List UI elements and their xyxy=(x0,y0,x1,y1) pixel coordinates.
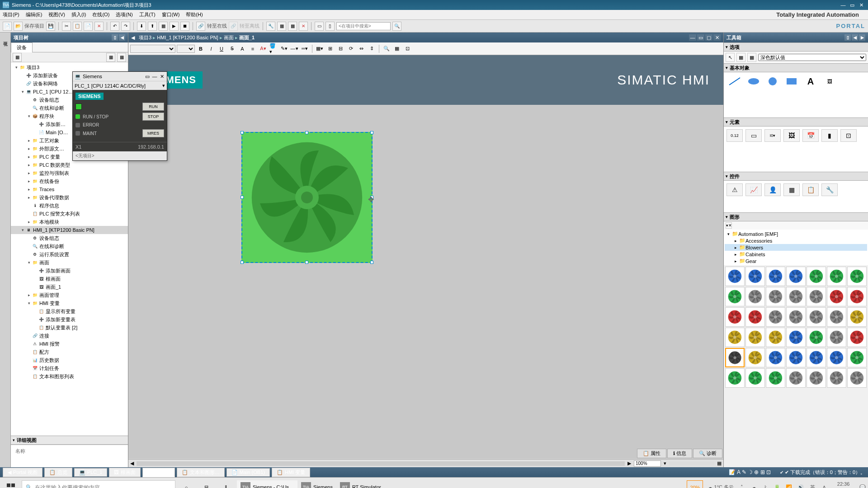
graphic-thumbnail[interactable] xyxy=(786,328,806,347)
rect-shape[interactable] xyxy=(783,75,800,88)
split-v[interactable]: ▯ xyxy=(326,22,335,31)
weather-widget[interactable]: ☁ 1°C 多云 xyxy=(708,484,734,488)
tree-item[interactable]: ⚙设备组态 xyxy=(11,234,128,242)
graphic-thumbnail[interactable] xyxy=(725,368,745,388)
tree-item[interactable]: 🖼画面_1 xyxy=(11,283,128,291)
detail-view-header[interactable]: ▾ 详细视图 xyxy=(11,436,128,445)
tree-item[interactable]: 📋文本和图形列表 xyxy=(11,372,128,380)
graphic-thumbnail[interactable] xyxy=(745,307,765,327)
rotate-button[interactable]: ⟳ xyxy=(346,44,355,53)
sym-io[interactable]: I0▾ xyxy=(764,129,781,142)
section-widgets[interactable]: 控件 xyxy=(730,173,740,180)
network-icon[interactable]: 📶 xyxy=(785,484,793,488)
scroll-right[interactable]: ▶ xyxy=(627,460,631,466)
ellipse-shape[interactable] xyxy=(745,75,762,88)
graphic-thumbnail[interactable] xyxy=(807,307,826,327)
tree-item[interactable]: ▸📁监控与强制表 xyxy=(11,169,128,177)
graphic-thumbnail[interactable] xyxy=(745,287,765,306)
gtree-collapse[interactable]: ▾✕ xyxy=(726,222,732,229)
tree-item[interactable]: ℹ程序信息 xyxy=(11,202,128,210)
plc-panel-titlebar[interactable]: 💻 Siemens ▭ — ✕ xyxy=(73,72,167,81)
plc-device-menu[interactable]: ▾ xyxy=(162,83,165,89)
tree-item[interactable]: ▸📁设备代理数据 xyxy=(11,193,128,202)
run-button[interactable]: RUN xyxy=(142,103,164,111)
menu-item[interactable]: 工具(T) xyxy=(139,11,156,18)
tree-item[interactable]: 📋配方 xyxy=(11,348,128,356)
clock[interactable]: 22:362022/2/18 xyxy=(832,481,854,488)
split-h[interactable]: ▭ xyxy=(315,22,324,31)
align-obj-button[interactable]: ⊞ xyxy=(326,44,335,53)
task-view-button[interactable]: ○ xyxy=(177,480,195,488)
bottom-tab[interactable]: 💻PLC_1 xyxy=(74,468,108,477)
graphic-thumbnail[interactable] xyxy=(745,267,765,286)
graphics-tree-item[interactable]: ▾📁Automation [EMF] xyxy=(725,230,867,237)
graphic-thumbnail[interactable] xyxy=(766,287,785,306)
panel-pin-icon[interactable]: ▯ xyxy=(112,34,118,41)
theme-select[interactable]: 深色默认值 xyxy=(758,54,866,61)
hmi-canvas[interactable]: SIEMENS SIMATIC HMI xyxy=(128,55,723,467)
stop-button[interactable]: ⏹ xyxy=(180,22,189,31)
upload-button[interactable]: ⬆ xyxy=(148,22,157,31)
graphic-thumbnail[interactable] xyxy=(847,328,867,347)
snap-button[interactable]: ⊡ xyxy=(403,44,412,53)
tree-item[interactable]: ▸📁本地模块 xyxy=(11,218,128,226)
line-color-button[interactable]: ✎▾ xyxy=(279,44,288,53)
graphic-thumbnail[interactable] xyxy=(847,368,867,388)
graphic-io[interactable]: 🖼 xyxy=(783,129,800,142)
graphic-thumbnail[interactable] xyxy=(807,348,826,367)
fill-color-button[interactable]: 🪣▾ xyxy=(269,44,278,53)
undo-button[interactable]: ↶ xyxy=(110,22,119,31)
cursor-tool[interactable]: ↖ xyxy=(726,53,735,62)
menu-item[interactable]: 选项(N) xyxy=(116,11,132,18)
system-diag[interactable]: 🔧 xyxy=(821,183,838,196)
graphic-thumbnail[interactable] xyxy=(786,287,806,306)
tree-item[interactable]: 🔍在线和诊断 xyxy=(11,242,128,250)
tree-item[interactable]: ▾📁画面 xyxy=(11,258,128,267)
toolbox-prev-icon[interactable]: ◀ xyxy=(852,34,858,41)
tool-c[interactable]: ▦ xyxy=(288,22,297,31)
tree-item[interactable]: 🔗连接 xyxy=(11,332,128,340)
nav-back-icon[interactable]: ◀ xyxy=(131,35,135,41)
graphic-thumbnail[interactable] xyxy=(725,328,745,347)
window-maximize[interactable]: ▭ xyxy=(848,2,856,8)
line-style-button[interactable]: —▾ xyxy=(290,44,299,53)
strike-button[interactable]: S̶ xyxy=(227,44,236,53)
tree-item[interactable]: ⚙运行系统设置 xyxy=(11,250,128,258)
graphic-thumbnail[interactable] xyxy=(745,328,765,347)
plc-status-panel[interactable]: 💻 Siemens ▭ — ✕ PLC_1 [CPU 1214C AC/DC/R… xyxy=(72,71,167,161)
redo-button[interactable]: ↷ xyxy=(121,22,130,31)
tree-item[interactable]: 📊历史数据 xyxy=(11,356,128,364)
text-shape[interactable]: A xyxy=(802,75,819,88)
battery-badge[interactable]: 20% xyxy=(687,480,703,488)
toolbox-next-icon[interactable]: ▶ xyxy=(859,34,865,41)
recipe-view[interactable]: 📋 xyxy=(802,183,819,196)
bluetooth-icon[interactable]: ᛒ xyxy=(762,484,769,488)
graphic-thumbnail[interactable] xyxy=(766,368,785,388)
trend-view[interactable]: 📈 xyxy=(745,183,762,196)
graphics-thumbnails[interactable] xyxy=(724,265,868,467)
window-minimize[interactable]: — xyxy=(839,2,847,8)
italic-button[interactable]: I xyxy=(207,44,216,53)
taskbar-search-input[interactable] xyxy=(35,484,171,488)
graphic-thumbnail[interactable] xyxy=(827,267,846,286)
graphic-thumbnail[interactable] xyxy=(725,307,745,327)
tree-item[interactable]: ➕添加新画面 xyxy=(11,267,128,275)
breadcrumb-item[interactable]: 画面 xyxy=(224,34,234,41)
switch[interactable]: ⊡ xyxy=(840,129,857,142)
device-tab[interactable]: 设备 xyxy=(11,42,33,52)
paste-button[interactable]: 📄 xyxy=(84,22,93,31)
graphic-thumbnail[interactable] xyxy=(725,348,745,367)
tree-tool-c[interactable]: ▦ xyxy=(117,53,126,62)
graphics-tree-item[interactable]: ▸📁Accessories xyxy=(725,237,867,244)
align-button[interactable]: ≡ xyxy=(248,44,257,53)
grid-button[interactable]: ▦ xyxy=(392,44,401,53)
zoom-dropdown[interactable]: ▾ xyxy=(664,460,666,466)
cut-button[interactable]: ✂ xyxy=(62,22,71,31)
circle-shape[interactable] xyxy=(764,75,781,88)
go-online-label[interactable]: 转至在线 xyxy=(207,23,227,29)
tree-item[interactable]: ➕添加新变量表 xyxy=(11,315,128,324)
graphic-thumbnail[interactable] xyxy=(725,267,745,286)
graphic-thumbnail[interactable] xyxy=(725,287,745,306)
save-button[interactable]: 💾 xyxy=(46,22,55,31)
section-elements[interactable]: 元素 xyxy=(730,119,740,126)
